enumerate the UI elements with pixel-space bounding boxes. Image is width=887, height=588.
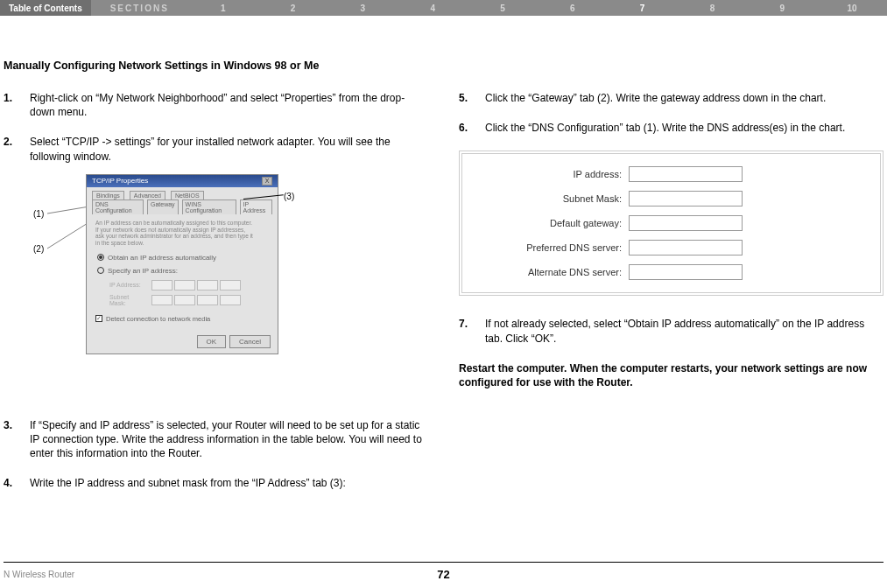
dialog-blurb: An IP address can be automatically assig… (95, 220, 253, 247)
step-1: 1.Right-click on “My Network Neighborhoo… (4, 91, 424, 119)
tab-ipaddress: IP Address (240, 200, 272, 214)
step-3: 3.If “Specify and IP address” is selecte… (4, 418, 424, 461)
step-6: 6.Click the “DNS Configuration” tab (1).… (459, 121, 883, 135)
step-7: 7.If not already selected, select “Obtai… (459, 317, 883, 345)
section-6[interactable]: 6 (538, 4, 608, 13)
dialog-title: TCP/IP Properties (92, 177, 148, 185)
step-text: Select “TCP/IP -> settings” for your ins… (30, 135, 424, 163)
left-column: 1.Right-click on “My Network Neighborhoo… (4, 91, 424, 507)
page-footer: N Wireless Router 72 (0, 562, 887, 581)
page-heading: Manually Configuring Network Settings in… (0, 60, 887, 72)
callout-1: (1) (33, 209, 44, 219)
tab-advanced: Advanced (130, 191, 165, 200)
mask-input[interactable] (629, 191, 743, 206)
section-9[interactable]: 9 (747, 4, 817, 13)
form-label-gw: Default gateway: (482, 218, 629, 228)
top-nav-bar: Table of Contents SECTIONS 1 2 3 4 5 6 7… (0, 0, 887, 16)
adns-input[interactable] (629, 264, 743, 280)
step-2: 2.Select “TCP/IP -> settings” for your i… (4, 135, 424, 163)
tcpip-screenshot: TCP/IP PropertiesX Bindings Advanced Net… (86, 174, 278, 354)
section-1[interactable]: 1 (188, 4, 258, 13)
step-number: 1. (4, 91, 30, 119)
callout-2: (2) (33, 244, 44, 254)
section-10[interactable]: 10 (817, 4, 887, 13)
radio-spec-label: Specify an IP address: (108, 267, 178, 275)
step-text: Write the IP address and subnet mask fro… (30, 476, 424, 490)
section-2[interactable]: 2 (258, 4, 328, 13)
page-number: 72 (144, 568, 743, 581)
cancel-button: Cancel (229, 335, 271, 348)
section-5[interactable]: 5 (468, 4, 538, 13)
step-text: Click the “DNS Configuration” tab (1). W… (485, 121, 883, 135)
radio-auto-icon (97, 254, 104, 261)
step-text: If “Specify and IP address” is selected,… (30, 418, 424, 461)
step-text: If not already selected, select “Obtain … (485, 317, 883, 345)
ip-label: IP Address: (109, 282, 146, 288)
section-7[interactable]: 7 (608, 4, 678, 13)
close-icon: X (262, 177, 272, 186)
svg-line-0 (47, 205, 86, 214)
ok-button: OK (197, 335, 227, 348)
form-label-mask: Subnet Mask: (482, 193, 629, 204)
screenshot-group: (1) (2) TCP/IP PropertiesX Bindings Adva… (4, 174, 424, 397)
form-label-ip: IP address: (482, 169, 629, 179)
section-4[interactable]: 4 (398, 4, 468, 13)
mask-label: Subnet Mask: (109, 294, 146, 306)
restart-note: Restart the computer. When the computer … (459, 361, 883, 389)
step-number: 6. (459, 121, 485, 135)
radio-auto-label: Obtain an IP address automatically (108, 254, 216, 262)
svg-line-1 (47, 206, 86, 248)
address-chart: IP address: Subnet Mask: Default gateway… (459, 150, 883, 296)
step-number: 5. (459, 91, 485, 105)
ip-input[interactable] (629, 166, 743, 182)
checkbox-icon: ✓ (95, 315, 102, 322)
tab-gateway: Gateway (147, 200, 179, 214)
pdns-input[interactable] (629, 240, 743, 256)
right-column: 5.Click the “Gateway” tab (2). Write the… (459, 91, 883, 507)
form-label-pdns: Preferred DNS server: (482, 242, 629, 253)
tab-bindings: Bindings (92, 191, 124, 200)
step-5: 5.Click the “Gateway” tab (2). Write the… (459, 91, 883, 105)
step-number: 7. (459, 317, 485, 345)
tab-dns: DNS Configuration (92, 200, 144, 214)
radio-spec-icon (97, 267, 104, 274)
step-number: 4. (4, 476, 30, 490)
callout-3: (3) (284, 192, 294, 201)
callout-labels: (1) (2) (4, 174, 86, 397)
section-3[interactable]: 3 (327, 4, 398, 13)
page-body: Manually Configuring Network Settings in… (0, 16, 887, 507)
step-text: Click the “Gateway” tab (2). Write the g… (485, 91, 883, 105)
form-label-adns: Alternate DNS server: (482, 267, 629, 277)
step-4: 4.Write the IP address and subnet mask f… (4, 476, 424, 490)
step-text: Right-click on “My Network Neighborhood”… (30, 91, 424, 119)
section-8[interactable]: 8 (678, 4, 748, 13)
footer-model: N Wireless Router (4, 570, 144, 579)
sections-label: SECTIONS (91, 4, 188, 13)
gateway-input[interactable] (629, 215, 743, 231)
tab-netbios: NetBIOS (171, 191, 204, 200)
toc-link[interactable]: Table of Contents (0, 0, 91, 16)
tab-wins: WINS Configuration (182, 200, 236, 214)
checkbox-label: Detect connection to network media (106, 315, 210, 323)
step-number: 2. (4, 135, 30, 163)
step-number: 3. (4, 418, 30, 461)
